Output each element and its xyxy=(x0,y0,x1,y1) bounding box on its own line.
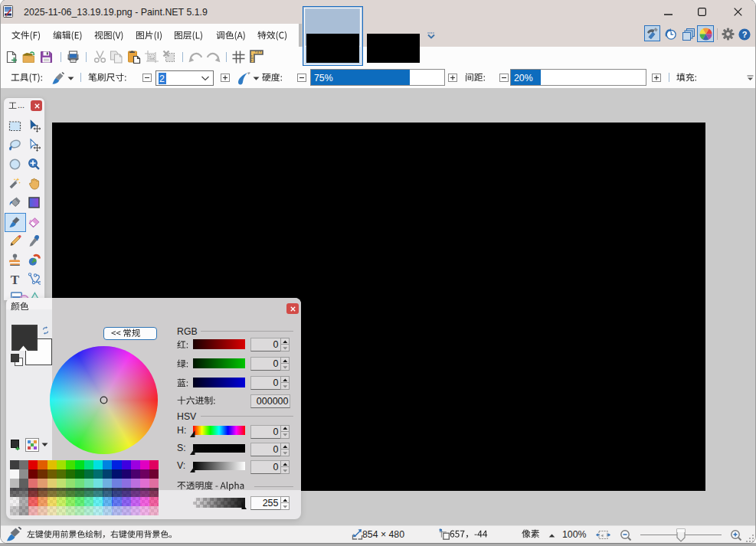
svg-text:?: ? xyxy=(741,30,747,39)
svg-text:T: T xyxy=(11,273,20,286)
